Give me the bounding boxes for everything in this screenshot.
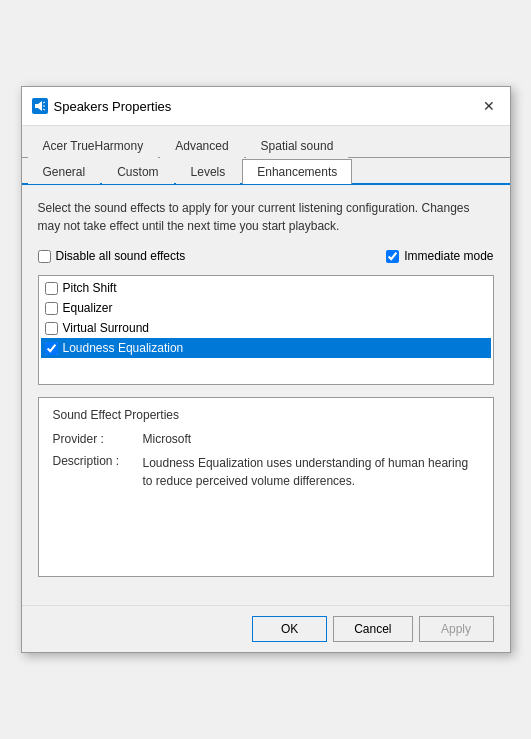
sound-effect-title: Sound Effect Properties xyxy=(53,408,479,422)
equalizer-label: Equalizer xyxy=(63,301,113,315)
tabs-row-1: Acer TrueHarmony Advanced Spatial sound xyxy=(22,126,510,158)
virtual-surround-checkbox[interactable] xyxy=(45,322,58,335)
sound-effect-properties-box: Sound Effect Properties Provider : Micro… xyxy=(38,397,494,577)
svg-line-2 xyxy=(43,102,45,103)
effect-loudness-equalization[interactable]: Loudness Equalization xyxy=(41,338,491,358)
provider-value: Microsoft xyxy=(143,432,192,446)
equalizer-checkbox[interactable] xyxy=(45,302,58,315)
cancel-button[interactable]: Cancel xyxy=(333,616,412,642)
title-bar: Speakers Properties ✕ xyxy=(22,87,510,126)
title-bar-left: Speakers Properties xyxy=(32,98,172,114)
description-row: Description : Loudness Equalization uses… xyxy=(53,454,479,490)
tab-content: Select the sound effects to apply for yo… xyxy=(22,185,510,605)
immediate-mode-checkbox[interactable] xyxy=(386,250,399,263)
effect-virtual-surround[interactable]: Virtual Surround xyxy=(41,318,491,338)
tab-advanced[interactable]: Advanced xyxy=(160,133,243,158)
loudness-equalization-checkbox[interactable] xyxy=(45,342,58,355)
tab-general[interactable]: General xyxy=(28,159,101,184)
ok-button[interactable]: OK xyxy=(252,616,327,642)
tab-enhancements[interactable]: Enhancements xyxy=(242,159,352,184)
tab-acer-trueharmony[interactable]: Acer TrueHarmony xyxy=(28,133,159,158)
desc-value: Loudness Equalization uses understanding… xyxy=(143,454,479,490)
speaker-icon xyxy=(32,98,48,114)
effect-pitch-shift[interactable]: Pitch Shift xyxy=(41,278,491,298)
tab-custom[interactable]: Custom xyxy=(102,159,173,184)
svg-marker-1 xyxy=(38,101,42,111)
loudness-equalization-label: Loudness Equalization xyxy=(63,341,184,355)
bottom-bar: OK Cancel Apply xyxy=(22,605,510,652)
tab-spatial-sound[interactable]: Spatial sound xyxy=(246,133,349,158)
provider-label: Provider : xyxy=(53,432,143,446)
pitch-shift-checkbox[interactable] xyxy=(45,282,58,295)
tab-levels[interactable]: Levels xyxy=(176,159,241,184)
description-text: Select the sound effects to apply for yo… xyxy=(38,199,494,235)
immediate-mode-label[interactable]: Immediate mode xyxy=(386,249,493,263)
immediate-mode-text: Immediate mode xyxy=(404,249,493,263)
pitch-shift-label: Pitch Shift xyxy=(63,281,117,295)
svg-line-4 xyxy=(43,109,45,110)
disable-effects-text: Disable all sound effects xyxy=(56,249,186,263)
disable-effects-checkbox[interactable] xyxy=(38,250,51,263)
options-row: Disable all sound effects Immediate mode xyxy=(38,249,494,263)
virtual-surround-label: Virtual Surround xyxy=(63,321,150,335)
tabs-row-2: General Custom Levels Enhancements xyxy=(22,158,510,185)
effect-equalizer[interactable]: Equalizer xyxy=(41,298,491,318)
svg-rect-0 xyxy=(35,104,38,108)
disable-effects-label[interactable]: Disable all sound effects xyxy=(38,249,186,263)
dialog-title: Speakers Properties xyxy=(54,99,172,114)
close-button[interactable]: ✕ xyxy=(478,95,500,117)
dialog-window: Speakers Properties ✕ Acer TrueHarmony A… xyxy=(21,86,511,653)
apply-button[interactable]: Apply xyxy=(419,616,494,642)
desc-label: Description : xyxy=(53,454,143,490)
provider-row: Provider : Microsoft xyxy=(53,432,479,446)
effects-list[interactable]: Pitch Shift Equalizer Virtual Surround L… xyxy=(38,275,494,385)
